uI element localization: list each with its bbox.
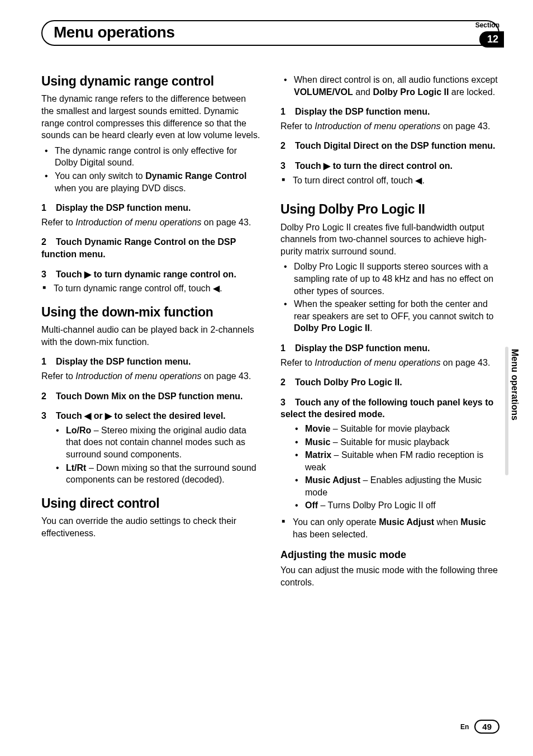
- text: on page 43.: [201, 218, 251, 227]
- text: on page 43.: [440, 121, 490, 131]
- text: When direct control is on, all audio fun…: [294, 75, 498, 84]
- footer: En 49: [460, 720, 499, 734]
- text: .: [370, 323, 372, 333]
- text: are locked.: [449, 87, 495, 97]
- text: Refer to: [280, 121, 315, 131]
- step: 1Display the DSP function menu.: [41, 356, 260, 368]
- text: on page 43.: [201, 371, 251, 381]
- text-bold: Dolby Pro Logic II: [294, 323, 370, 333]
- list-item: The dynamic range control is only effect…: [41, 145, 260, 169]
- heading-down-mix: Using the down-mix function: [41, 305, 260, 319]
- text-bold: Lo/Ro: [66, 426, 91, 435]
- text: when: [434, 517, 460, 527]
- list-item: You can only switch to Dynamic Range Con…: [41, 170, 260, 194]
- left-column: Using dynamic range control The dynamic …: [41, 74, 260, 592]
- step: 1Display the DSP function menu.: [41, 202, 260, 214]
- page-title: Menu operations: [54, 23, 487, 41]
- para: Refer to Introduction of menu operations…: [41, 216, 260, 229]
- step: 2Touch Dynamic Range Control on the DSP …: [41, 236, 260, 260]
- step: 3Touch any of the following touch panel …: [280, 396, 499, 420]
- text-bold: Music: [460, 517, 486, 527]
- text: – Turns Dolby Pro Logic II off: [318, 500, 435, 510]
- list-item: Dolby Pro Logic II supports stereo sourc…: [280, 261, 499, 297]
- para: The dynamic range refers to the differen…: [41, 93, 260, 141]
- list-item: Music Adjust – Enables adjusting the Mus…: [293, 474, 499, 498]
- note: To turn dynamic range control off, touch…: [41, 282, 260, 295]
- side-tab-label: Menu operations: [510, 347, 520, 423]
- list-item: Movie – Suitable for movie playback: [293, 423, 499, 435]
- step: 2Touch Dolby Pro Logic II.: [280, 376, 499, 389]
- text-bold: Lt/Rt: [66, 463, 86, 472]
- text: has been selected.: [293, 530, 368, 539]
- step: 1Display the DSP function menu.: [280, 106, 499, 118]
- list-item: Lo/Ro – Stereo mixing the original audio…: [54, 424, 260, 461]
- text-bold: Music Adjust: [379, 517, 434, 527]
- text: – Suitable for music playback: [330, 437, 449, 447]
- para: Dolby Pro Logic II creates five full-ban…: [280, 221, 499, 258]
- text-bold: Dynamic Range Control: [145, 171, 246, 181]
- text: – Down mixing so that the surround sound…: [66, 463, 256, 485]
- footer-lang: En: [460, 723, 469, 731]
- text: Refer to: [280, 358, 315, 367]
- step: 3Touch ◀ or ▶ to select the desired leve…: [41, 410, 260, 422]
- text: – Suitable for movie playback: [330, 424, 449, 433]
- text-bold: Matrix: [305, 450, 331, 460]
- text: – Suitable when FM radio reception is we…: [305, 450, 483, 472]
- list-item: Off – Turns Dolby Pro Logic II off: [293, 499, 499, 512]
- text: and: [353, 87, 373, 97]
- step: 2Touch Digital Direct on the DSP functio…: [280, 140, 499, 152]
- text: Refer to: [41, 371, 75, 381]
- section-number-badge: 12: [479, 31, 504, 48]
- section-label: Section: [475, 21, 499, 29]
- footer-page-number: 49: [474, 720, 499, 734]
- note: You can only operate Music Adjust when M…: [280, 516, 499, 540]
- list-item: When direct control is on, all audio fun…: [280, 74, 499, 98]
- step: 3Touch ▶ to turn the direct control on.: [280, 160, 499, 172]
- text-bold: VOLUME/VOL: [294, 87, 353, 97]
- text: when you are playing DVD discs.: [55, 183, 186, 193]
- step: 2Touch Down Mix on the DSP function menu…: [41, 390, 260, 403]
- side-tab-bar: [505, 347, 508, 475]
- text-bold: Movie: [305, 424, 330, 433]
- text: You can only switch to: [55, 171, 145, 181]
- right-column: When direct control is on, all audio fun…: [280, 74, 499, 592]
- text-bold: Dolby Pro Logic II: [373, 87, 449, 97]
- para: You can adjust the music mode with the f…: [280, 564, 499, 588]
- heading-dynamic-range: Using dynamic range control: [41, 74, 260, 88]
- list-item: Lt/Rt – Down mixing so that the surround…: [54, 462, 260, 486]
- para: Refer to Introduction of menu operations…: [41, 370, 260, 382]
- text-italic: Introduction of menu operations: [75, 371, 201, 381]
- text-bold: Music: [305, 437, 330, 447]
- list-item: Music – Suitable for music playback: [293, 436, 499, 448]
- para: You can override the audio settings to c…: [41, 515, 260, 539]
- text: Refer to: [41, 218, 75, 227]
- title-container: Menu operations: [41, 20, 499, 46]
- step: 1Display the DSP function menu.: [280, 342, 499, 355]
- text: When the speaker setting for both the ce…: [294, 299, 494, 321]
- text-italic: Introduction of menu operations: [315, 358, 440, 367]
- para: Refer to Introduction of menu operations…: [280, 357, 499, 369]
- note: To turn direct control off, touch ◀.: [280, 174, 499, 187]
- list-item: When the speaker setting for both the ce…: [280, 298, 499, 334]
- text-bold: Off: [305, 500, 318, 510]
- heading-adjust-music: Adjusting the music mode: [280, 549, 499, 561]
- text-bold: Music Adjust: [305, 475, 360, 485]
- heading-dolby-pro-logic: Using Dolby Pro Logic II: [280, 202, 499, 216]
- para: Refer to Introduction of menu operations…: [280, 120, 499, 133]
- text-italic: Introduction of menu operations: [75, 218, 201, 227]
- text: – Stereo mixing the original audio data …: [66, 426, 246, 459]
- text: on page 43.: [440, 358, 490, 367]
- heading-direct-control: Using direct control: [41, 496, 260, 511]
- step: 3Touch ▶ to turn dynamic range control o…: [41, 268, 260, 281]
- para: Multi-channel audio can be played back i…: [41, 324, 260, 348]
- text-italic: Introduction of menu operations: [315, 121, 440, 131]
- text: You can only operate: [293, 517, 379, 527]
- list-item: Matrix – Suitable when FM radio receptio…: [293, 449, 499, 473]
